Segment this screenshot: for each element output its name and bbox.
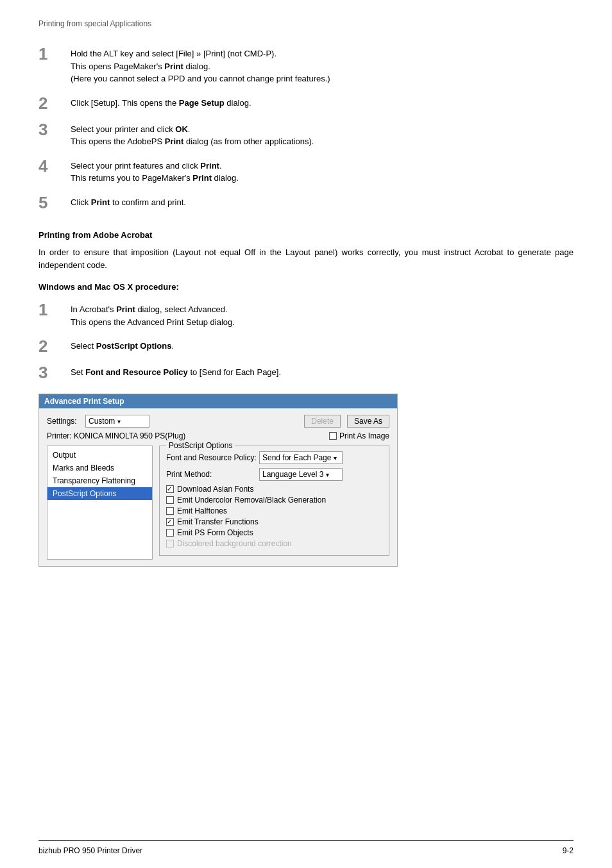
ps-section: PostScript Options Font and Resource Pol…: [159, 446, 389, 556]
print-method-arrow: ▾: [326, 471, 329, 478]
page: Printing from special Applications 1 Hol…: [0, 0, 612, 868]
font-resource-value: Send for Each Page: [262, 453, 331, 462]
print-method-value: Language Level 3: [262, 470, 323, 479]
step-content-3: Select your printer and click OK. This o…: [71, 123, 574, 148]
step-item-3: 3 Select your printer and click OK. This…: [38, 123, 574, 148]
printer-value: KONICA MINOLTA 950 PS(Plug): [74, 431, 185, 440]
section-adobe-para: In order to ensure that imposition (Layo…: [38, 246, 574, 273]
dialog-buttons: Delete Save As: [300, 415, 389, 428]
cb-label-emit-ucr: Emit Undercolor Removal/Black Generation: [177, 496, 326, 505]
print-as-image-row: Print As Image: [329, 431, 389, 440]
settings-select[interactable]: Custom ▾: [85, 415, 149, 428]
dialog-titlebar: Advanced Print Setup: [39, 394, 397, 408]
step2-content-2: Select PostScript Options.: [71, 340, 574, 353]
step2-item-2: 2 Select PostScript Options.: [38, 340, 574, 355]
cb-row-discolored-bg: Discolored background correction: [166, 539, 382, 548]
print-method-label: Print Method:: [166, 470, 259, 479]
print-method-select[interactable]: Language Level 3 ▾: [259, 468, 343, 481]
settings-label: Settings:: [47, 417, 85, 426]
steps-list-2: 1 In Acrobat's Print dialog, select Adva…: [38, 303, 574, 381]
cb-label-emit-transfer: Emit Transfer Functions: [177, 517, 259, 526]
left-item-marks-bleeds[interactable]: Marks and Bleeds: [47, 462, 152, 474]
step2-item-3: 3 Set Font and Resource Policy to [Send …: [38, 366, 574, 381]
step-item-4: 4 Select your print features and click P…: [38, 160, 574, 185]
cb-emit-ps-form[interactable]: [166, 529, 174, 537]
advanced-print-setup-dialog: Advanced Print Setup Settings: Custom ▾ …: [38, 394, 398, 567]
step-number-3: 3: [38, 121, 71, 138]
step-content-4: Select your print features and click Pri…: [71, 160, 574, 185]
footer-left: bizhub PRO 950 Printer Driver: [38, 846, 142, 855]
step-number-2: 2: [38, 95, 71, 112]
section-adobe-title: Printing from Adobe Acrobat: [38, 230, 574, 240]
page-footer: bizhub PRO 950 Printer Driver 9-2: [38, 840, 574, 855]
cb-discolored-bg: [166, 540, 174, 547]
step-content-2: Click [Setup]. This opens the Page Setup…: [71, 97, 574, 110]
right-panel: PostScript Options Font and Resource Pol…: [159, 446, 389, 560]
ps-section-legend: PostScript Options: [166, 441, 235, 450]
settings-value: Custom: [89, 417, 115, 426]
step2-number-3: 3: [38, 364, 71, 381]
step2-item-1: 1 In Acrobat's Print dialog, select Adva…: [38, 303, 574, 328]
step-item-5: 5 Click Print to confirm and print.: [38, 196, 574, 211]
print-method-row: Print Method: Language Level 3 ▾: [166, 468, 382, 481]
printer-label: Printer:: [47, 431, 72, 440]
step2-number-2: 2: [38, 338, 71, 355]
cb-label-discolored-bg: Discolored background correction: [177, 539, 292, 548]
page-header: Printing from special Applications: [38, 19, 574, 28]
delete-button[interactable]: Delete: [304, 415, 341, 428]
cb-row-emit-halftones: Emit Halftones: [166, 506, 382, 515]
print-as-image-checkbox[interactable]: [329, 432, 337, 440]
save-as-button[interactable]: Save As: [347, 415, 389, 428]
dialog-content-area: Output Marks and Bleeds Transparency Fla…: [47, 446, 389, 560]
font-resource-arrow: ▾: [334, 455, 337, 462]
settings-select-arrow: ▾: [117, 418, 121, 425]
cb-row-emit-ucr: Emit Undercolor Removal/Black Generation: [166, 496, 382, 505]
step-number-1: 1: [38, 46, 71, 62]
cb-download-asian[interactable]: [166, 485, 174, 493]
ps-checkbox-list: Download Asian Fonts Emit Undercolor Rem…: [166, 485, 382, 548]
cb-emit-halftones[interactable]: [166, 507, 174, 515]
cb-row-emit-ps-form: Emit PS Form Objects: [166, 528, 382, 537]
left-panel: Output Marks and Bleeds Transparency Fla…: [47, 446, 153, 560]
font-resource-label: Font and Resource Policy:: [166, 453, 259, 462]
left-item-output[interactable]: Output: [47, 449, 152, 462]
step-item-1: 1 Hold the ALT key and select [File] » […: [38, 47, 574, 85]
step-item-2: 2 Click [Setup]. This opens the Page Set…: [38, 97, 574, 112]
cb-label-emit-halftones: Emit Halftones: [177, 506, 227, 515]
font-resource-row: Font and Resource Policy: Send for Each …: [166, 451, 382, 464]
step-number-5: 5: [38, 194, 71, 211]
step2-content-1: In Acrobat's Print dialog, select Advanc…: [71, 303, 574, 328]
step-number-4: 4: [38, 158, 71, 174]
step-content-1: Hold the ALT key and select [File] » [Pr…: [71, 47, 574, 85]
dialog-top-left: Settings: Custom ▾: [47, 415, 149, 428]
cb-emit-transfer[interactable]: [166, 518, 174, 526]
cb-row-download-asian: Download Asian Fonts: [166, 485, 382, 494]
subsection-title: Windows and Mac OS X procedure:: [38, 282, 574, 292]
left-item-transparency[interactable]: Transparency Flattening: [47, 474, 152, 487]
dialog-settings-row: Settings: Custom ▾ Delete Save As: [47, 415, 389, 428]
footer-right: 9-2: [563, 846, 574, 855]
font-resource-select[interactable]: Send for Each Page ▾: [259, 451, 343, 464]
print-as-image-label: Print As Image: [339, 431, 389, 440]
step2-number-1: 1: [38, 301, 71, 318]
cb-emit-ucr[interactable]: [166, 496, 174, 504]
step-content-5: Click Print to confirm and print.: [71, 196, 574, 209]
steps-list-1: 1 Hold the ALT key and select [File] » […: [38, 47, 574, 211]
dialog-body: Settings: Custom ▾ Delete Save As Printe…: [39, 408, 397, 566]
dialog-printer-row: Printer: KONICA MINOLTA 950 PS(Plug) Pri…: [47, 431, 389, 440]
step2-content-3: Set Font and Resource Policy to [Send fo…: [71, 366, 574, 379]
cb-row-emit-transfer: Emit Transfer Functions: [166, 517, 382, 526]
left-item-postscript[interactable]: PostScript Options: [47, 487, 152, 500]
cb-label-emit-ps-form: Emit PS Form Objects: [177, 528, 253, 537]
cb-label-download-asian: Download Asian Fonts: [177, 485, 253, 494]
